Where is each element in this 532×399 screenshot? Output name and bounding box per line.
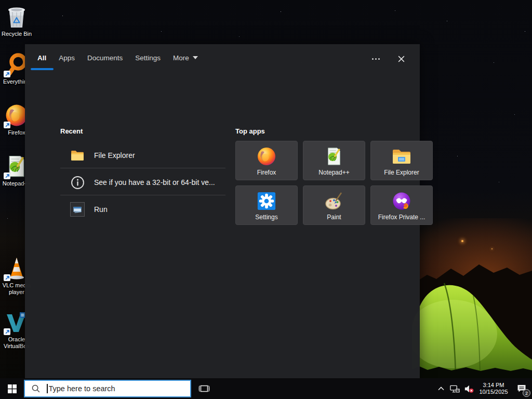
top-app-settings[interactable]: Settings	[235, 185, 298, 225]
firefox-private-icon	[391, 191, 412, 211]
volume-button[interactable]	[462, 378, 476, 399]
top-apps-header: Top apps	[235, 127, 433, 135]
search-input[interactable]	[48, 381, 191, 396]
recent-item-run[interactable]: Run	[60, 199, 225, 220]
network-status-button[interactable]	[448, 378, 462, 399]
system-tray: 3:14 PM 10/15/2025 2	[434, 378, 532, 399]
desktop-icon-label: Recycle Bin	[0, 31, 34, 37]
divider	[60, 168, 225, 168]
clock-date: 10/15/2025	[477, 389, 510, 395]
tab-settings[interactable]: Settings	[135, 51, 161, 67]
top-app-file-explorer[interactable]: File Explorer	[370, 141, 433, 180]
recycle-bin-icon	[4, 4, 29, 29]
tent	[412, 268, 532, 378]
recent-header: Recent	[60, 127, 227, 135]
top-apps-section: Top apps Firefox	[235, 127, 433, 135]
top-app-notepad-plus-plus[interactable]: Notepad++	[303, 141, 365, 180]
taskbar-clock[interactable]: 3:14 PM 10/15/2025	[477, 382, 510, 395]
top-apps-grid: Firefox Notepad++	[235, 141, 433, 225]
firefox-icon	[256, 146, 277, 167]
task-view-icon	[198, 383, 210, 394]
notification-badge: 2	[523, 389, 530, 397]
tab-more[interactable]: More	[173, 51, 198, 67]
top-app-label: Firefox Private ...	[372, 214, 431, 221]
recent-item-label: File Explorer	[94, 151, 135, 159]
dim-star	[491, 248, 493, 249]
top-app-label: Notepad++	[304, 169, 364, 176]
shortcut-arrow-icon	[4, 274, 10, 281]
top-app-firefox-private[interactable]: Firefox Private ...	[370, 185, 433, 225]
windows-logo-icon	[8, 384, 17, 393]
recent-item-label: Run	[94, 205, 108, 214]
taskbar-search-box[interactable]	[24, 380, 191, 397]
task-view-button[interactable]	[193, 378, 215, 399]
top-app-firefox[interactable]: Firefox	[235, 141, 298, 180]
shortcut-arrow-icon	[4, 122, 10, 128]
taskbar: 3:14 PM 10/15/2025 2	[0, 378, 532, 399]
network-icon	[449, 383, 460, 394]
recent-item-file-explorer[interactable]: File Explorer	[60, 145, 225, 166]
tab-apps[interactable]: Apps	[59, 51, 75, 67]
top-app-label: File Explorer	[372, 169, 431, 176]
info-icon	[70, 175, 85, 190]
windows-search-panel: All Apps Documents Settings More Rec	[25, 44, 420, 378]
tab-all[interactable]: All	[37, 51, 46, 67]
file-explorer-icon	[391, 146, 412, 167]
clock-time: 3:14 PM	[477, 382, 510, 389]
desktop-wallpaper: Recycle Bin Everything	[0, 0, 532, 399]
paint-icon	[324, 191, 344, 211]
chevron-down-icon	[193, 56, 198, 59]
settings-icon	[256, 191, 277, 211]
top-app-label: Firefox	[237, 169, 296, 176]
notepad-plus-plus-icon	[324, 146, 344, 167]
selected-tab-indicator	[31, 68, 54, 70]
shortcut-arrow-icon	[4, 328, 10, 335]
close-icon[interactable]	[395, 53, 407, 65]
start-button[interactable]	[0, 378, 24, 399]
recent-section: Recent File Explorer	[60, 127, 227, 135]
recent-item-label: See if you have a 32-bit or 64-bit ve...	[94, 178, 215, 187]
action-center-button[interactable]: 2	[511, 378, 532, 399]
divider	[60, 195, 225, 195]
volume-muted-icon	[463, 383, 474, 394]
tab-documents[interactable]: Documents	[87, 51, 123, 67]
search-icon	[31, 384, 41, 393]
top-app-paint[interactable]: Paint	[303, 185, 365, 225]
top-app-label: Paint	[304, 214, 364, 221]
file-explorer-icon	[70, 148, 85, 163]
stars	[0, 0, 1, 1]
tray-chevron-button[interactable]	[434, 378, 448, 399]
recent-item-suggestion[interactable]: See if you have a 32-bit or 64-bit ve...	[60, 172, 225, 193]
shortcut-arrow-icon	[4, 172, 10, 179]
bright-star	[461, 240, 463, 242]
run-icon	[70, 202, 85, 217]
more-options-icon[interactable]	[370, 55, 382, 63]
desktop-icon-recycle-bin[interactable]: Recycle Bin	[0, 4, 33, 37]
search-filter-tabs: All Apps Documents Settings More	[25, 44, 420, 73]
shortcut-arrow-icon	[4, 71, 10, 77]
chevron-up-icon	[437, 385, 445, 392]
top-app-label: Settings	[237, 214, 296, 221]
